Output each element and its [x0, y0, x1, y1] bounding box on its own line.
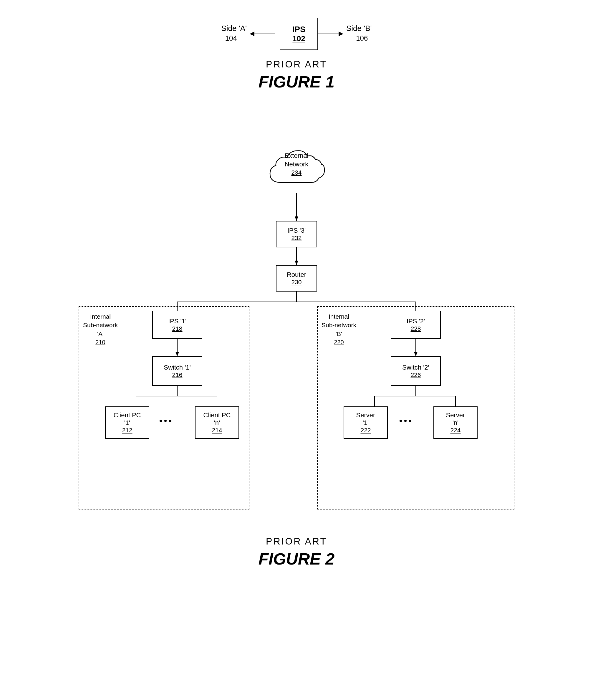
dot5: [404, 420, 407, 422]
ips-102-box: IPS 102: [280, 18, 318, 50]
router-num: 230: [291, 279, 302, 286]
side-b-label: Side 'B' 106: [346, 24, 372, 44]
subnet-b-num: 220: [321, 338, 356, 346]
server1-title: Server'1': [356, 412, 375, 427]
figure1-prior-art: PRIOR ART: [266, 59, 327, 70]
dot2: [164, 420, 167, 422]
ips1-box: IPS '1' 218: [152, 311, 202, 339]
client-pcn-title: Client PC'n': [203, 412, 231, 427]
router-box: Router 230: [276, 265, 317, 291]
figure1-title: FIGURE 1: [259, 72, 334, 91]
external-network-text: ExternalNetwork 234: [264, 152, 329, 177]
external-network-cloud: ExternalNetwork 234: [264, 141, 329, 191]
client-pcn-num: 214: [212, 427, 222, 434]
external-network-num: 234: [264, 168, 329, 177]
servern-num: 224: [450, 427, 461, 434]
ips2-box: IPS '2' 228: [391, 311, 441, 339]
dot3: [169, 420, 171, 422]
svg-marker-3: [295, 261, 298, 265]
client-pc1-num: 212: [122, 427, 132, 434]
figure1-section: Side 'A' 104 IPS 102 Side 'B' 106 PRIOR …: [0, 12, 593, 91]
ips1-num: 218: [172, 325, 182, 332]
switch2-box: Switch '2' 226: [391, 356, 441, 386]
side-a-ref: 104: [225, 34, 237, 42]
svg-marker-1: [295, 217, 298, 221]
figure2-diagram: ExternalNetwork 234 IPS '3' 232 Router 2…: [61, 139, 532, 527]
switch2-num: 226: [410, 372, 421, 379]
client-pc1-title: Client PC'1': [114, 412, 141, 427]
client-pc1-box: Client PC'1' 212: [105, 406, 149, 439]
servern-box: Server'n' 224: [433, 406, 478, 439]
figure1-diagram: Side 'A' 104 IPS 102 Side 'B' 106: [221, 18, 371, 50]
switch1-title: Switch '1': [164, 364, 191, 372]
ips1-title: IPS '1': [168, 317, 186, 325]
external-network-title: ExternalNetwork: [264, 152, 329, 168]
figure2-prior-art: PRIOR ART: [266, 536, 327, 547]
dots-left: [160, 420, 171, 422]
ips102-title: IPS: [292, 25, 305, 34]
switch2-title: Switch '2': [402, 364, 429, 372]
side-b-ref: 106: [356, 34, 368, 42]
switch1-box: Switch '1' 216: [152, 356, 202, 386]
ips2-num: 228: [410, 325, 421, 332]
switch1-num: 216: [172, 372, 182, 379]
ips2-title: IPS '2': [407, 317, 425, 325]
servern-title: Server'n': [446, 412, 465, 427]
side-a-label: Side 'A' 104: [221, 24, 247, 44]
figure2-title: FIGURE 2: [259, 549, 334, 568]
subnet-a-label: InternalSub-network'A' 210: [83, 312, 118, 346]
server1-num: 222: [360, 427, 371, 434]
subnet-a-text: InternalSub-network'A': [83, 312, 118, 338]
ips3-box: IPS '3' 232: [276, 221, 317, 247]
side-b-text: Side 'B': [346, 24, 372, 33]
server1-box: Server'1' 222: [344, 406, 388, 439]
client-pcn-box: Client PC'n' 214: [195, 406, 239, 439]
router-title: Router: [287, 271, 306, 279]
ips3-title: IPS '3': [287, 227, 306, 234]
ips3-num: 232: [291, 234, 302, 241]
figure2-section: ExternalNetwork 234 IPS '3' 232 Router 2…: [0, 135, 593, 568]
subnet-b-label: InternalSub-network'B' 220: [321, 312, 356, 346]
subnet-a-num: 210: [83, 338, 118, 346]
dot6: [409, 420, 411, 422]
ips102-number: 102: [292, 34, 305, 43]
subnet-b-text: InternalSub-network'B': [321, 312, 356, 338]
side-a-text: Side 'A': [221, 24, 247, 33]
dots-right: [400, 420, 411, 422]
dot4: [400, 420, 402, 422]
dot1: [160, 420, 162, 422]
